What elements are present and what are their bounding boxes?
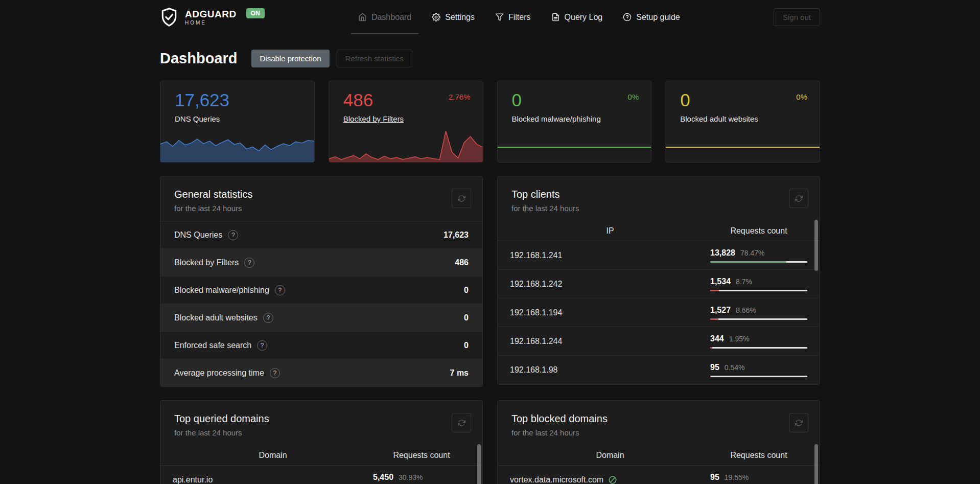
requests-count: 95 bbox=[710, 363, 719, 372]
table-row-name[interactable]: 192.168.1.98 bbox=[510, 365, 710, 375]
stat-value: 17,623 bbox=[444, 231, 469, 240]
refresh-panel-button[interactable] bbox=[452, 189, 471, 208]
table-row-count: 13,82878.47% bbox=[710, 248, 807, 263]
table-row: 192.168.1.2443441.95% bbox=[498, 327, 820, 356]
refresh-icon bbox=[795, 419, 803, 427]
blocked-by-filters-link[interactable]: Blocked by Filters bbox=[343, 114, 404, 123]
top-navigation: ADGUARD HOME ON Dashboard Settings bbox=[0, 0, 980, 34]
blocked-service-icon bbox=[608, 475, 617, 484]
nav-dashboard[interactable]: Dashboard bbox=[358, 0, 411, 34]
requests-count: 1,534 bbox=[710, 277, 731, 286]
question-icon[interactable]: ? bbox=[263, 313, 273, 323]
panel-title: Top clients bbox=[511, 189, 579, 200]
stat-row: Blocked by Filters?486 bbox=[160, 248, 482, 276]
panel-title: Top queried domains bbox=[174, 413, 269, 425]
table-row-count: 1,5348.7% bbox=[710, 277, 807, 291]
table-row-name[interactable]: 192.168.1.241 bbox=[510, 251, 710, 260]
column-header-domain: Domain bbox=[173, 451, 373, 460]
nav-query-log[interactable]: Query Log bbox=[551, 0, 603, 34]
stat-value: 17,623 bbox=[175, 90, 229, 110]
table-row-name[interactable]: api.entur.io bbox=[173, 475, 373, 484]
stat-row: Average processing time?7 ms bbox=[160, 359, 482, 386]
gear-icon bbox=[432, 13, 440, 21]
requests-percent: 78.47% bbox=[740, 249, 764, 257]
question-icon[interactable]: ? bbox=[275, 285, 285, 295]
question-icon[interactable]: ? bbox=[244, 258, 254, 268]
question-icon[interactable]: ? bbox=[270, 368, 280, 378]
dns-queries-sparkline bbox=[160, 129, 314, 162]
flat-chart-line bbox=[666, 147, 820, 148]
flat-chart-line bbox=[498, 147, 651, 148]
requests-count: 13,828 bbox=[710, 248, 735, 258]
brand-text: ADGUARD HOME bbox=[185, 9, 237, 26]
top-queried-panel: Top queried domains for the last 24 hour… bbox=[160, 400, 483, 484]
refresh-icon bbox=[458, 419, 465, 427]
adguard-logo[interactable]: ADGUARD HOME ON bbox=[160, 7, 265, 28]
progress-bar bbox=[710, 347, 807, 349]
table-body: api.entur.io5,45030.93% bbox=[160, 466, 482, 484]
question-icon[interactable]: ? bbox=[257, 340, 267, 351]
refresh-statistics-button[interactable]: Refresh statistics bbox=[337, 50, 412, 67]
top-clients-panel: Top clients for the last 24 hours IP Req… bbox=[497, 176, 820, 385]
requests-percent: 30.93% bbox=[399, 473, 423, 481]
protection-on-badge: ON bbox=[246, 8, 265, 18]
question-icon[interactable]: ? bbox=[228, 230, 238, 240]
sign-out-button[interactable]: Sign out bbox=[774, 8, 820, 26]
column-header-domain: Domain bbox=[510, 451, 710, 460]
table-row-count: 3441.95% bbox=[710, 334, 807, 349]
requests-count: 344 bbox=[710, 334, 724, 343]
panel-subtitle: for the last 24 hours bbox=[174, 204, 252, 213]
disable-protection-button[interactable]: Disable protection bbox=[251, 50, 329, 67]
nav-filters[interactable]: Filters bbox=[495, 0, 531, 34]
table-row-count: 1,5278.66% bbox=[710, 306, 807, 320]
stat-row: Enforced safe search?0 bbox=[160, 331, 482, 359]
table-row-name[interactable]: 192.168.1.194 bbox=[510, 308, 710, 317]
table-header: IP Requests count bbox=[498, 221, 820, 241]
table-row-name[interactable]: vortex.data.microsoft.com bbox=[510, 475, 710, 484]
refresh-panel-button[interactable] bbox=[789, 189, 808, 208]
table-row: vortex.data.microsoft.com 9519.55% bbox=[498, 466, 820, 484]
refresh-panel-button[interactable] bbox=[789, 413, 808, 432]
table-row-name[interactable]: 192.168.1.244 bbox=[510, 337, 710, 346]
requests-count: 5,450 bbox=[373, 473, 393, 482]
table-header: Domain Requests count bbox=[160, 445, 482, 466]
stat-value: 486 bbox=[455, 258, 469, 267]
panel-head-text: Top blocked domains for the last 24 hour… bbox=[511, 413, 608, 437]
table-row-name[interactable]: 192.168.1.242 bbox=[510, 280, 710, 289]
panel-title: Top blocked domains bbox=[511, 413, 608, 425]
refresh-icon bbox=[795, 195, 803, 202]
stat-cards-row: 17,623 DNS Queries 486 2.76% Blocked by … bbox=[160, 81, 820, 163]
scrollbar-thumb[interactable] bbox=[814, 220, 818, 271]
refresh-panel-button[interactable] bbox=[452, 413, 471, 432]
nav-setup-guide[interactable]: Setup guide bbox=[623, 0, 680, 34]
panel-subtitle: for the last 24 hours bbox=[511, 204, 579, 213]
table-row: 192.168.1.2421,5348.7% bbox=[498, 270, 820, 298]
stat-value: 0 bbox=[464, 313, 469, 322]
scrollbar-thumb[interactable] bbox=[477, 444, 481, 484]
nav-label: Query Log bbox=[565, 13, 603, 22]
stat-label: Blocked adult websites bbox=[174, 313, 258, 322]
column-header-requests: Requests count bbox=[710, 226, 807, 236]
stat-card-dns-queries: 17,623 DNS Queries bbox=[160, 81, 315, 163]
nav-settings[interactable]: Settings bbox=[432, 0, 475, 34]
general-stats-panel: General statistics for the last 24 hours… bbox=[160, 176, 483, 387]
progress-bar bbox=[710, 261, 807, 263]
top-blocked-panel: Top blocked domains for the last 24 hour… bbox=[497, 400, 820, 484]
panel-subtitle: for the last 24 hours bbox=[511, 428, 608, 437]
shield-icon bbox=[160, 7, 178, 28]
stat-label: Blocked adult websites bbox=[680, 114, 758, 123]
filter-icon bbox=[495, 13, 504, 21]
requests-percent: 19.55% bbox=[725, 473, 749, 481]
stat-label: Average processing time bbox=[174, 368, 264, 378]
stat-value: 0 bbox=[464, 286, 469, 295]
page-title: Dashboard bbox=[160, 50, 237, 67]
stat-value: 0 bbox=[512, 90, 522, 110]
panel-head-text: General statistics for the last 24 hours bbox=[174, 189, 252, 213]
scrollbar-thumb[interactable] bbox=[814, 444, 818, 484]
table-row: 192.168.1.1941,5278.66% bbox=[498, 298, 820, 327]
stat-percent: 2.76% bbox=[449, 93, 471, 101]
requests-percent: 8.66% bbox=[736, 306, 756, 314]
panel-head-text: Top queried domains for the last 24 hour… bbox=[174, 413, 269, 437]
requests-percent: 1.95% bbox=[729, 335, 750, 343]
stat-value: 7 ms bbox=[450, 368, 469, 378]
